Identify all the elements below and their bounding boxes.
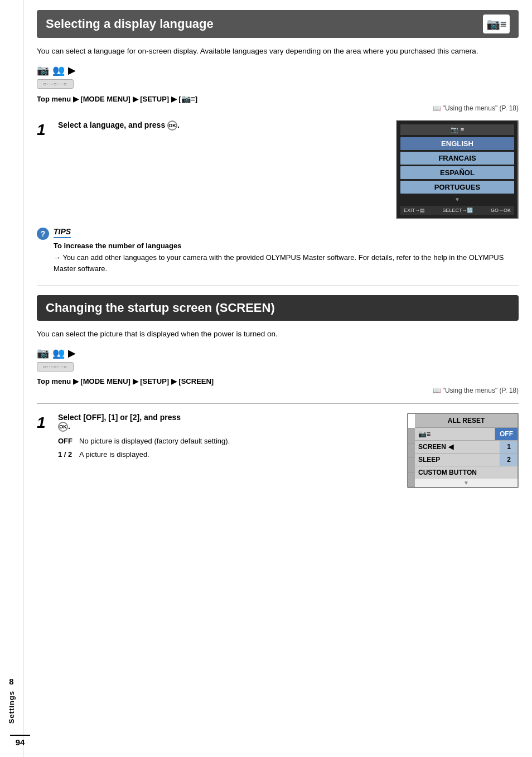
main-content: Selecting a display language 📷≡ You can … [23, 0, 532, 757]
play-mode-icon: ▶ [68, 64, 76, 76]
section1-header-icon: 📷≡ [483, 15, 510, 33]
option-12-row: 1 / 2 A picture is displayed. [58, 450, 398, 460]
section1-ref: 📖"Using the menus" (P. 18) [37, 104, 519, 112]
screen-inner-wrapper: ALL RESET 📷≡ OFF SCREEN ◀ [408, 414, 518, 487]
all-reset-bar: ALL RESET [415, 414, 518, 428]
option-off-row: OFF No picture is displayed (factory def… [58, 436, 398, 446]
person-mode-icon: 👥 [52, 64, 65, 76]
menu-row-screen-val: 1 [500, 441, 518, 453]
tips-body: → You can add other languages to your ca… [54, 252, 519, 274]
screen-title-bar: 📷 ≡ [400, 124, 514, 135]
ok-button-icon-2: OK [58, 422, 68, 432]
chapter-label: Settings [7, 691, 16, 724]
screen-camera-icon: 📷 [451, 126, 458, 133]
section2-ref: 📖"Using the menus" (P. 18) [37, 387, 519, 394]
screen-label: SCREEN [418, 443, 446, 451]
menu-row-screen: SCREEN ◀ 1 [415, 441, 518, 454]
chapter-number: 8 [9, 677, 13, 686]
page-number: 94 [10, 735, 30, 747]
screen-exit: EXIT→▤ [404, 208, 425, 213]
lang-english: ENGLISH [400, 137, 514, 150]
language-screen-mockup: 📷 ≡ ENGLISH FRANCAIS ESPAÑOL PORTUGUES ▼… [396, 120, 519, 219]
menu-row-camera: 📷≡ OFF [415, 428, 518, 441]
screen-nav-bar: EXIT→▤ SELECT→🔢 GO→OK [400, 206, 514, 215]
step2-1-number: 1 [37, 415, 49, 431]
option-12-label: 1 / 2 [58, 450, 76, 460]
section2-header: Changing the startup screen (SCREEN) [37, 295, 519, 321]
menu-row-camera-label: 📷≡ [415, 428, 495, 440]
lang-francais: FRANCAIS [400, 152, 514, 165]
tips-box: ? TIPS To increase the number of languag… [37, 227, 519, 274]
camera-icon-small: 📷≡ [418, 430, 431, 438]
section-divider [37, 286, 519, 286]
section2-title: Changing the startup screen (SCREEN) [46, 301, 275, 315]
menu-row-screen-label: SCREEN ◀ [415, 441, 500, 453]
left-tab-5 [408, 472, 415, 487]
screen-select: SELECT→🔢 [442, 208, 473, 213]
screen-mockup-2: ALL RESET 📷≡ OFF SCREEN ◀ [407, 413, 519, 488]
camera-icon: 📷≡ [486, 17, 507, 31]
option-off-desc: No picture is displayed (factory default… [79, 436, 230, 446]
screen-go-ok: GO→OK [491, 208, 511, 213]
option-12-desc: A picture is displayed. [79, 450, 149, 460]
tips-title: TIPS [54, 227, 71, 238]
menu-row-camera-val: OFF [495, 428, 518, 440]
mode-strip-2: ○···○···○ [37, 362, 74, 372]
menu-row-custom-label: CUSTOM BUTTON [415, 466, 518, 479]
tips-content: TIPS To increase the number of languages… [54, 227, 519, 274]
screen-down-arrow: ▼ [400, 195, 514, 204]
tips-subhead: To increase the number of languages [54, 242, 519, 250]
section2-intro: You can select the picture that is displ… [37, 329, 519, 340]
menu-row-sleep: SLEEP 2 [415, 454, 518, 466]
screen-menu-icon: ≡ [461, 126, 464, 133]
camera-mode-icon-2: 📷 [37, 347, 49, 359]
nav-icon: 📷≡ [181, 94, 195, 103]
camera-mode-icon: 📷 [37, 64, 49, 76]
book-icon: 📖 [433, 104, 441, 112]
lang-espanol: ESPAÑOL [400, 166, 514, 179]
menu-row-custom: CUSTOM BUTTON [415, 466, 518, 479]
step1-number: 1 [37, 122, 49, 138]
step1-instruction: Select a language, and press OK. [58, 120, 387, 131]
step1-content: Select a language, and press OK. [58, 120, 387, 136]
tips-icon: ? [37, 228, 49, 240]
menu-row-sleep-label: SLEEP [415, 454, 500, 466]
mode-icons-row: 📷 👥 ▶ [37, 64, 519, 76]
book-icon-2: 📖 [433, 387, 441, 394]
sidebar: 8 Settings [0, 0, 23, 757]
mode-strip: ○···○···○ [37, 79, 74, 89]
section1-intro: You can select a language for on-screen … [37, 46, 519, 57]
section1-step1-row: 1 Select a language, and press OK. 📷 ≡ E… [37, 120, 519, 219]
section1-nav-path: Top menu ▶ [MODE MENU] ▶ [SETUP] ▶ [📷≡] [37, 94, 519, 103]
person-mode-icon-2: 👥 [52, 347, 65, 359]
step2-1-instruction: Select [OFF], [1] or [2], and press OK. [58, 413, 398, 432]
lang-portugues: PORTUGUES [400, 181, 514, 194]
screen-left-tabs [408, 414, 415, 487]
left-tab-4 [408, 458, 415, 472]
ok-button-icon: OK [167, 120, 177, 131]
menu-row-sleep-val: 2 [500, 454, 518, 466]
screen-inner: ALL RESET 📷≡ OFF SCREEN ◀ [415, 414, 518, 487]
section2-nav-path: Top menu ▶ [MODE MENU] ▶ [SETUP] ▶ [SCRE… [37, 377, 519, 385]
screen2-down-arrow: ▼ [415, 479, 518, 487]
section1-title: Selecting a display language [46, 17, 214, 31]
play-mode-icon-2: ▶ [68, 347, 76, 359]
left-tab-3 [408, 443, 415, 458]
step2-1-content: Select [OFF], [1] or [2], and press OK. … [58, 413, 398, 462]
left-tab-2 [408, 428, 415, 443]
left-tab-1 [408, 414, 415, 428]
option-off-label: OFF [58, 436, 76, 446]
screen-arrow: ◀ [448, 443, 453, 451]
section2-divider [37, 403, 519, 404]
section2-step1-row: 1 Select [OFF], [1] or [2], and press OK… [37, 413, 519, 488]
mode-icons-row-2: 📷 👥 ▶ [37, 347, 519, 359]
section1-header: Selecting a display language 📷≡ [37, 10, 519, 38]
